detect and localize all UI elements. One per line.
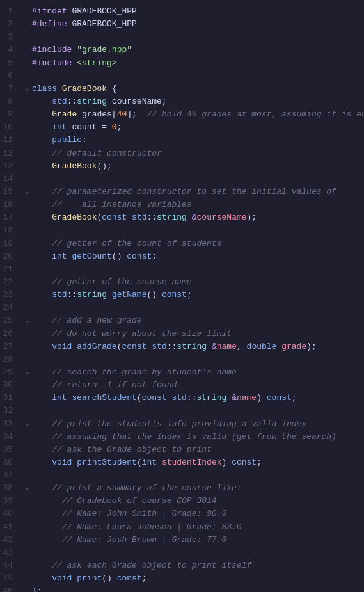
- line-content: [32, 301, 359, 314]
- line-content: // parameterized constructor to set the …: [32, 186, 359, 198]
- fold-arrow[interactable]: [23, 263, 32, 275]
- token: ();: [97, 161, 111, 171]
- token: courseName: [197, 212, 247, 222]
- token: (): [102, 573, 116, 583]
- line-content: public:: [32, 134, 359, 147]
- line-number: 30: [0, 379, 23, 392]
- token: [207, 342, 212, 351]
- fold-arrow[interactable]: [23, 444, 32, 455]
- fold-arrow[interactable]: [23, 340, 32, 352]
- token: [32, 522, 62, 532]
- fold-arrow[interactable]: [23, 534, 32, 545]
- token: int: [52, 252, 67, 261]
- fold-arrow[interactable]: [23, 547, 32, 558]
- token: [32, 393, 52, 403]
- fold-arrow[interactable]: [23, 160, 32, 172]
- fold-arrow[interactable]: [23, 404, 32, 416]
- line-number: 9: [0, 108, 23, 121]
- token: ::: [146, 212, 157, 222]
- token: [32, 200, 52, 209]
- fold-arrow[interactable]: [23, 198, 32, 210]
- line-content: #include <string>: [32, 57, 359, 70]
- table-row: 11 public:: [0, 134, 364, 147]
- token: &: [212, 342, 217, 351]
- fold-arrow[interactable]: [23, 70, 32, 81]
- line-content: void addGrade(const std::string &name, d…: [32, 340, 359, 353]
- token: <string>: [77, 58, 116, 68]
- line-content: // do not worry about the size limit: [32, 328, 359, 340]
- fold-arrow[interactable]: [23, 31, 32, 42]
- fold-arrow[interactable]: [23, 495, 32, 506]
- fold-arrow[interactable]: [23, 521, 32, 532]
- fold-arrow[interactable]: [23, 392, 32, 403]
- fold-arrow[interactable]: [23, 147, 32, 159]
- table-row: 6: [0, 70, 364, 83]
- table-row: 21: [0, 263, 364, 276]
- fold-arrow[interactable]: [23, 237, 32, 249]
- table-row: 35 // ask the Grade object to print: [0, 444, 364, 456]
- fold-arrow[interactable]: [23, 353, 32, 365]
- line-content: [32, 70, 359, 83]
- token: const: [142, 393, 167, 403]
- token: [32, 419, 52, 429]
- table-row: 18: [0, 224, 364, 237]
- fold-arrow[interactable]: [23, 431, 32, 442]
- table-row: 1 #ifndef GRADEBOOK_HPP: [0, 5, 364, 18]
- fold-arrow[interactable]: [23, 456, 32, 468]
- fold-arrow[interactable]: [23, 469, 32, 481]
- token: // default constructor: [52, 148, 162, 158]
- fold-arrow[interactable]: [23, 95, 32, 107]
- token: (): [146, 290, 161, 300]
- fold-arrow[interactable]: [23, 572, 32, 584]
- line-content: [32, 31, 359, 44]
- token: ;: [292, 393, 297, 403]
- code-editor: 1 #ifndef GRADEBOOK_HPP2 #define GRADEBO…: [0, 0, 364, 592]
- fold-arrow[interactable]: ⌄: [23, 418, 32, 429]
- token: // print a summary of the course like:: [52, 483, 241, 493]
- fold-arrow[interactable]: [23, 134, 32, 145]
- fold-arrow[interactable]: [23, 211, 32, 223]
- token: &: [192, 212, 197, 222]
- token: [32, 432, 52, 442]
- token: [32, 135, 52, 145]
- fold-arrow[interactable]: ⌄: [23, 314, 32, 326]
- token: ::: [67, 290, 77, 300]
- fold-arrow[interactable]: [23, 44, 32, 55]
- line-number: 44: [0, 559, 23, 572]
- token: std: [132, 212, 146, 222]
- token: const: [122, 342, 146, 351]
- token: (: [137, 458, 142, 467]
- line-content: [32, 353, 359, 366]
- fold-arrow[interactable]: [23, 585, 32, 592]
- fold-arrow[interactable]: [23, 250, 32, 262]
- table-row: 44 // ask each Grade object to print its…: [0, 559, 364, 572]
- fold-arrow[interactable]: [23, 57, 32, 68]
- fold-arrow[interactable]: [23, 379, 32, 390]
- line-number: 43: [0, 547, 23, 559]
- token: &: [232, 393, 237, 403]
- fold-arrow[interactable]: [23, 5, 32, 17]
- fold-arrow[interactable]: ⌄: [23, 83, 32, 94]
- token: [32, 109, 52, 119]
- fold-arrow[interactable]: [23, 559, 32, 571]
- fold-arrow[interactable]: [23, 224, 32, 236]
- token: std: [52, 290, 67, 300]
- fold-arrow[interactable]: [23, 276, 32, 287]
- fold-arrow[interactable]: [23, 108, 32, 120]
- line-content: // print the student's info providing a …: [32, 418, 359, 431]
- fold-arrow[interactable]: [23, 18, 32, 29]
- fold-arrow[interactable]: [23, 328, 32, 339]
- table-row: 24: [0, 301, 364, 314]
- fold-arrow[interactable]: [23, 173, 32, 184]
- line-number: 1: [0, 5, 23, 18]
- line-content: int getCount() const;: [32, 250, 359, 263]
- fold-arrow[interactable]: [23, 121, 32, 132]
- fold-arrow[interactable]: ⌄: [23, 186, 32, 197]
- fold-arrow[interactable]: ⌄: [23, 482, 32, 493]
- fold-arrow[interactable]: [23, 508, 32, 519]
- fold-arrow[interactable]: [23, 289, 32, 300]
- fold-arrow[interactable]: [23, 301, 32, 313]
- line-content: // Gradebook of course COP 3014: [32, 495, 359, 508]
- token: [32, 496, 62, 506]
- fold-arrow[interactable]: ⌄: [23, 366, 32, 378]
